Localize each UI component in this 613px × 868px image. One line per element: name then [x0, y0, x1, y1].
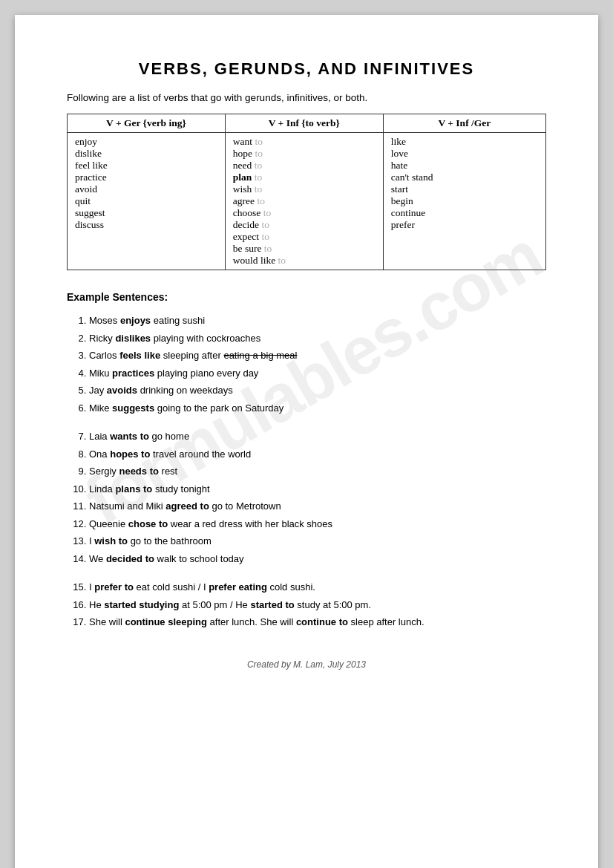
list-item: She will continue sleeping after lunch. …	[89, 615, 546, 630]
list-item: Natsumi and Miki agreed to go to Metroto…	[89, 499, 546, 514]
examples-title: Example Sentences:	[67, 291, 546, 303]
list-item: Ona hopes to travel around the world	[89, 447, 546, 462]
subtitle: Following are a list of verbs that go wi…	[67, 92, 546, 103]
list-item: Ricky dislikes playing with cockroaches	[89, 331, 546, 346]
table-header-inf: V + Inf {to verb}	[225, 114, 383, 133]
list-item: Miku practices playing piano every day	[89, 366, 546, 381]
list-item: I prefer to eat cold sushi / I prefer ea…	[89, 580, 546, 595]
table-row: enjoydislikefeel likepracticeavoidquitsu…	[68, 133, 546, 270]
table-header-both: V + Inf /Ger	[383, 114, 545, 133]
list-item: Mike suggests going to the park on Satur…	[89, 401, 546, 416]
verb-table: V + Ger {verb ing} V + Inf {to verb} V +…	[67, 114, 546, 270]
examples-section: Example Sentences: Moses enjoys eating s…	[67, 291, 546, 630]
list-item: Linda plans to study tonight	[89, 482, 546, 497]
list-item: Laia wants to go home	[89, 429, 546, 444]
sentences-list: Moses enjoys eating sushi Ricky dislikes…	[89, 313, 546, 630]
list-item: I wish to go to the bathroom	[89, 534, 546, 549]
page-title: VERBS, GERUNDS, AND INFINITIVES	[67, 59, 546, 79]
table-header-ger: V + Ger {verb ing}	[68, 114, 226, 133]
list-item: He started studying at 5:00 pm / He star…	[89, 598, 546, 613]
list-item: Sergiy needs to rest	[89, 464, 546, 479]
footer: Created by M. Lam, July 2013	[67, 659, 546, 670]
ger-cell: enjoydislikefeel likepracticeavoidquitsu…	[68, 133, 226, 270]
list-item: We decided to walk to school today	[89, 552, 546, 567]
page: formulables.com VERBS, GERUNDS, AND INFI…	[15, 15, 598, 868]
list-item: Carlos feels like sleeping after eating …	[89, 348, 546, 363]
list-item: Jay avoids drinking on weekdays	[89, 383, 546, 398]
both-cell: likelovehatecan't standstartbegincontinu…	[383, 133, 545, 270]
list-item: Moses enjoys eating sushi	[89, 313, 546, 328]
inf-cell: want to hope to need to plan to wish to …	[225, 133, 383, 270]
list-item: Queenie chose to wear a red dress with h…	[89, 517, 546, 532]
